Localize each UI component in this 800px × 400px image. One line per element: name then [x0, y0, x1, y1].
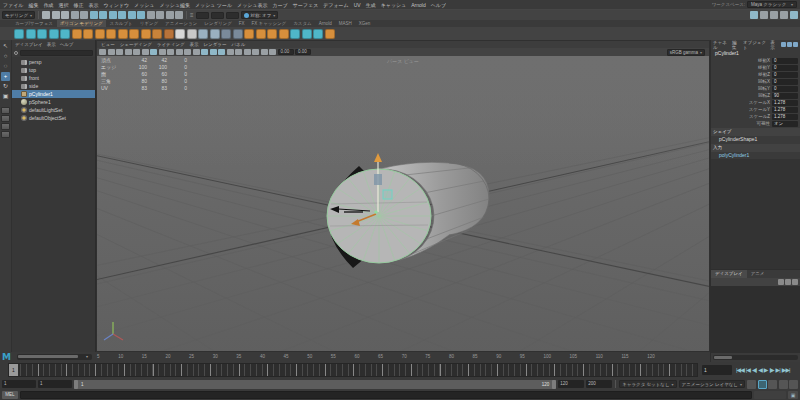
outliner-menu-item[interactable]: ヘルプ	[60, 42, 74, 47]
menu-item[interactable]: Arnold	[411, 2, 425, 8]
poly-cube-icon[interactable]	[83, 29, 93, 39]
shelf-tab[interactable]: レンダリング	[201, 20, 235, 27]
playback-end-field[interactable]: 120	[558, 380, 584, 388]
outliner-search-input[interactable]	[20, 50, 93, 56]
gamma-selector[interactable]: sRGB gamma▾	[667, 49, 705, 56]
manipulator-center[interactable]	[374, 210, 377, 213]
channel-label[interactable]: 移動Z	[711, 72, 772, 77]
safe-title-icon[interactable]	[193, 49, 200, 55]
scale-tool[interactable]: ▣	[1, 92, 10, 101]
snap-projected-center-icon[interactable]	[118, 11, 126, 19]
outliner-item[interactable]: persp	[12, 58, 95, 66]
current-time-field[interactable]: 1	[702, 365, 732, 375]
layer-editor-tab[interactable]: アニメ	[747, 270, 769, 278]
textured-mode-icon[interactable]	[218, 49, 225, 55]
shelf-tab[interactable]: FX キャッシング	[249, 20, 290, 27]
super-shape-icon[interactable]	[164, 29, 174, 39]
modeling-toolkit-icon[interactable]	[750, 11, 758, 19]
humanik-icon[interactable]	[760, 11, 768, 19]
extrude-icon[interactable]	[256, 29, 266, 39]
render-settings-icon[interactable]	[175, 11, 183, 19]
input-node-name[interactable]: polyCylinder1	[711, 152, 800, 159]
safe-action-icon[interactable]	[184, 49, 191, 55]
step-forward-button[interactable]: |▶	[769, 364, 773, 376]
anim-layer-selector[interactable]: アニメーション レイヤなし▾	[679, 380, 745, 388]
ep-curve-icon[interactable]	[37, 29, 47, 39]
shelf-tab[interactable]: FX	[236, 20, 248, 27]
quad-draw-icon[interactable]	[313, 29, 323, 39]
select-tool[interactable]: ↖	[1, 42, 10, 51]
render-icon[interactable]	[156, 11, 164, 19]
status-input-field-2[interactable]	[211, 12, 224, 19]
channel-label[interactable]: スケールY	[711, 107, 772, 112]
shelf-tab[interactable]: スカルプト	[107, 20, 136, 27]
layer-editor-tab[interactable]: ディスプレイ	[711, 270, 747, 278]
multi-cut-icon[interactable]	[290, 29, 300, 39]
manipulator-mode-icon[interactable]	[781, 42, 786, 47]
channel-value-field[interactable]: 0	[772, 79, 798, 85]
menu-item[interactable]: メッシュ表示	[237, 2, 267, 8]
new-layer-icon[interactable]	[778, 279, 784, 285]
playback-start-field[interactable]: 1	[38, 380, 72, 388]
camera-attributes-icon[interactable]	[116, 49, 123, 55]
layer-list[interactable]	[711, 286, 800, 353]
status-fields-menu-icon[interactable]: ≡	[190, 11, 194, 19]
platonic-solid-icon[interactable]	[152, 29, 162, 39]
outliner-menu-item[interactable]: 表示	[47, 42, 56, 47]
make-live-icon[interactable]	[137, 11, 145, 19]
undo-icon[interactable]	[71, 11, 79, 19]
step-back-button[interactable]: ◀|	[752, 364, 756, 376]
bezier-curve-icon[interactable]	[49, 29, 59, 39]
menu-item[interactable]: キャッシュ	[381, 2, 407, 8]
menu-item[interactable]: 表示	[88, 2, 98, 8]
image-plane-icon[interactable]	[133, 49, 140, 55]
play-forwards-button[interactable]: ▶	[764, 364, 768, 376]
channel-label[interactable]: スケールZ	[711, 114, 772, 119]
axis-box-handle[interactable]	[374, 174, 382, 185]
layout-persp-outliner-button[interactable]	[1, 123, 10, 130]
time-slider[interactable]: 1	[8, 363, 698, 377]
poly-plane-icon[interactable]	[129, 29, 139, 39]
prev-key-button[interactable]: |◀	[746, 364, 750, 376]
use-all-lights-icon[interactable]	[227, 49, 234, 55]
smooth-icon[interactable]	[244, 29, 254, 39]
auto-keyframe-icon[interactable]	[758, 380, 767, 389]
menu-item[interactable]: ウィンドウ	[103, 2, 129, 8]
animation-end-field[interactable]: 200	[586, 380, 612, 388]
channel-value-field[interactable]: 1.278	[772, 114, 798, 120]
poly-torus-icon[interactable]	[118, 29, 128, 39]
menu-set-selector[interactable]: モデリング▾	[2, 11, 35, 19]
outliner-menu-item[interactable]: ディスプレイ	[15, 42, 43, 47]
shelf-tab[interactable]: XGen	[356, 20, 374, 27]
layout-single-pane-button[interactable]	[1, 107, 10, 114]
menu-item[interactable]: 作成	[43, 2, 53, 8]
shelf-tab[interactable]: アニメーション	[162, 20, 200, 27]
exposure-icon[interactable]	[261, 49, 268, 55]
chevron-down-icon[interactable]: ▾	[86, 354, 88, 359]
separate-icon[interactable]	[233, 29, 243, 39]
menu-item[interactable]: メッシュ ツール	[195, 2, 232, 8]
2d-pan-zoom-icon[interactable]	[142, 49, 149, 55]
svg-tool-icon[interactable]	[187, 29, 197, 39]
selected-object-name[interactable]: pCylinder1	[711, 49, 800, 57]
film-gate-icon[interactable]	[159, 49, 166, 55]
status-input-field-1[interactable]	[196, 12, 209, 19]
plane-handle[interactable]	[383, 190, 392, 199]
outliner-item[interactable]: top	[12, 66, 95, 74]
construction-history-icon[interactable]	[147, 11, 155, 19]
exposure-field[interactable]: 0.00	[278, 49, 294, 55]
channel-label[interactable]: スケールX	[711, 100, 772, 105]
channel-value-field[interactable]: 0	[772, 86, 798, 92]
status-input-field-3[interactable]	[226, 12, 239, 19]
shadows-icon[interactable]	[235, 49, 242, 55]
outliner-item[interactable]: defaultObjectSet	[12, 114, 95, 122]
new-scene-icon[interactable]	[42, 11, 50, 19]
outliner-item[interactable]: pCylinder1	[12, 90, 95, 98]
shelf-tab[interactable]: カスタム	[290, 20, 314, 27]
outliner-item[interactable]: pSphere1	[12, 98, 95, 106]
rotate-tool[interactable]: ↻	[1, 82, 10, 91]
playback-speed-icon[interactable]	[779, 380, 788, 389]
cv-curve-icon[interactable]	[26, 29, 36, 39]
anim-layer-mode-icon[interactable]	[747, 380, 756, 389]
channel-value-field[interactable]: 1.278	[772, 107, 798, 113]
